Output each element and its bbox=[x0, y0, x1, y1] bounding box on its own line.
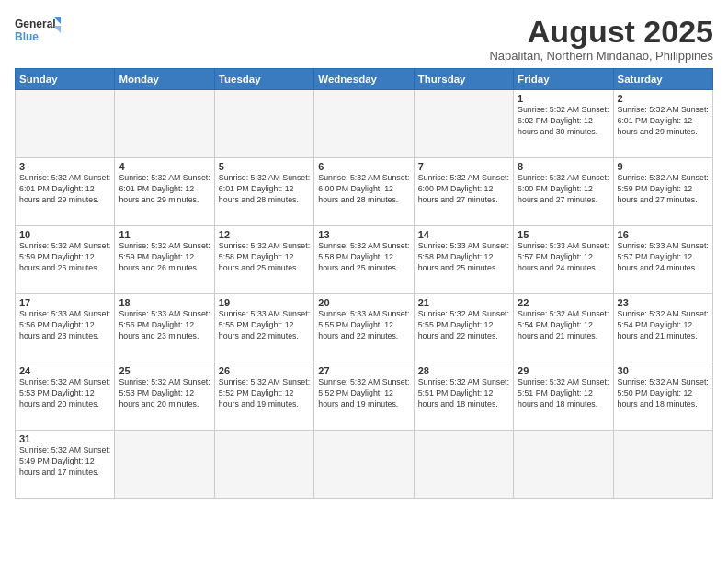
day-number: 23 bbox=[618, 297, 709, 308]
calendar-cell bbox=[514, 431, 613, 499]
calendar-cell: 11Sunrise: 5:32 AM Sunset: 5:59 PM Dayli… bbox=[115, 226, 214, 294]
calendar-cell: 5Sunrise: 5:32 AM Sunset: 6:01 PM Daylig… bbox=[214, 158, 313, 226]
day-info: Sunrise: 5:32 AM Sunset: 6:00 PM Dayligh… bbox=[518, 173, 609, 206]
day-info: Sunrise: 5:32 AM Sunset: 5:53 PM Dayligh… bbox=[119, 377, 210, 410]
day-info: Sunrise: 5:32 AM Sunset: 5:50 PM Dayligh… bbox=[618, 377, 709, 410]
day-info: Sunrise: 5:32 AM Sunset: 5:58 PM Dayligh… bbox=[318, 241, 409, 274]
week-row-3: 10Sunrise: 5:32 AM Sunset: 5:59 PM Dayli… bbox=[16, 226, 713, 294]
day-info: Sunrise: 5:33 AM Sunset: 5:57 PM Dayligh… bbox=[618, 241, 709, 274]
calendar-cell: 8Sunrise: 5:32 AM Sunset: 6:00 PM Daylig… bbox=[514, 158, 613, 226]
day-info: Sunrise: 5:32 AM Sunset: 5:54 PM Dayligh… bbox=[518, 309, 609, 342]
calendar-cell: 2Sunrise: 5:32 AM Sunset: 6:01 PM Daylig… bbox=[613, 90, 712, 158]
day-info: Sunrise: 5:33 AM Sunset: 5:57 PM Dayligh… bbox=[518, 241, 609, 274]
day-info: Sunrise: 5:32 AM Sunset: 5:51 PM Dayligh… bbox=[518, 377, 609, 410]
day-info: Sunrise: 5:32 AM Sunset: 6:00 PM Dayligh… bbox=[418, 173, 509, 206]
calendar-cell bbox=[115, 90, 214, 158]
calendar-cell: 31Sunrise: 5:32 AM Sunset: 5:49 PM Dayli… bbox=[16, 431, 115, 499]
day-number: 14 bbox=[418, 229, 509, 240]
svg-text:Blue: Blue bbox=[15, 30, 39, 43]
calendar-cell: 6Sunrise: 5:32 AM Sunset: 6:00 PM Daylig… bbox=[314, 158, 414, 226]
day-number: 8 bbox=[518, 161, 609, 172]
calendar-cell: 15Sunrise: 5:33 AM Sunset: 5:57 PM Dayli… bbox=[514, 226, 613, 294]
week-row-6: 31Sunrise: 5:32 AM Sunset: 5:49 PM Dayli… bbox=[16, 431, 713, 499]
calendar-cell: 21Sunrise: 5:32 AM Sunset: 5:55 PM Dayli… bbox=[414, 294, 513, 362]
day-number: 11 bbox=[119, 229, 210, 240]
calendar-cell bbox=[613, 431, 712, 499]
day-number: 18 bbox=[119, 297, 210, 308]
calendar-cell: 3Sunrise: 5:32 AM Sunset: 6:01 PM Daylig… bbox=[16, 158, 115, 226]
calendar-cell: 29Sunrise: 5:32 AM Sunset: 5:51 PM Dayli… bbox=[514, 362, 613, 431]
day-number: 13 bbox=[318, 229, 409, 240]
week-row-2: 3Sunrise: 5:32 AM Sunset: 6:01 PM Daylig… bbox=[16, 158, 713, 226]
title-block: August 2025 Napalitan, Northern Mindanao… bbox=[489, 15, 713, 63]
day-number: 6 bbox=[318, 161, 409, 172]
page: General Blue August 2025 Napalitan, Nort… bbox=[0, 0, 728, 563]
day-info: Sunrise: 5:32 AM Sunset: 5:51 PM Dayligh… bbox=[418, 377, 509, 410]
day-number: 15 bbox=[518, 229, 609, 240]
calendar-cell: 1Sunrise: 5:32 AM Sunset: 6:02 PM Daylig… bbox=[514, 90, 613, 158]
calendar-cell bbox=[314, 431, 414, 499]
day-info: Sunrise: 5:32 AM Sunset: 5:54 PM Dayligh… bbox=[618, 309, 709, 342]
day-number: 26 bbox=[219, 365, 310, 376]
weekday-friday: Friday bbox=[514, 69, 613, 90]
day-number: 27 bbox=[318, 365, 409, 376]
calendar-cell bbox=[16, 90, 115, 158]
calendar-cell: 24Sunrise: 5:32 AM Sunset: 5:53 PM Dayli… bbox=[16, 362, 115, 431]
calendar-cell: 27Sunrise: 5:32 AM Sunset: 5:52 PM Dayli… bbox=[314, 362, 414, 431]
calendar-cell: 19Sunrise: 5:33 AM Sunset: 5:55 PM Dayli… bbox=[214, 294, 313, 362]
header: General Blue August 2025 Napalitan, Nort… bbox=[15, 15, 713, 63]
day-number: 10 bbox=[19, 229, 110, 240]
logo-svg: General Blue bbox=[15, 15, 61, 46]
calendar-cell bbox=[115, 431, 214, 499]
day-number: 2 bbox=[618, 93, 709, 104]
weekday-thursday: Thursday bbox=[414, 69, 513, 90]
day-info: Sunrise: 5:32 AM Sunset: 6:01 PM Dayligh… bbox=[618, 105, 709, 138]
day-number: 31 bbox=[19, 433, 110, 444]
calendar-cell: 10Sunrise: 5:32 AM Sunset: 5:59 PM Dayli… bbox=[16, 226, 115, 294]
svg-text:General: General bbox=[15, 17, 56, 30]
day-number: 28 bbox=[418, 365, 509, 376]
weekday-sunday: Sunday bbox=[16, 69, 115, 90]
weekday-monday: Monday bbox=[115, 69, 214, 90]
day-number: 24 bbox=[19, 365, 110, 376]
calendar-cell: 17Sunrise: 5:33 AM Sunset: 5:56 PM Dayli… bbox=[16, 294, 115, 362]
calendar-cell: 9Sunrise: 5:32 AM Sunset: 5:59 PM Daylig… bbox=[613, 158, 712, 226]
calendar-cell bbox=[214, 90, 313, 158]
day-number: 3 bbox=[19, 161, 110, 172]
calendar-cell: 26Sunrise: 5:32 AM Sunset: 5:52 PM Dayli… bbox=[214, 362, 313, 431]
day-number: 20 bbox=[318, 297, 409, 308]
day-number: 7 bbox=[418, 161, 509, 172]
weekday-saturday: Saturday bbox=[613, 69, 712, 90]
day-number: 9 bbox=[618, 161, 709, 172]
day-info: Sunrise: 5:32 AM Sunset: 6:00 PM Dayligh… bbox=[318, 173, 409, 206]
day-number: 16 bbox=[618, 229, 709, 240]
day-info: Sunrise: 5:32 AM Sunset: 5:59 PM Dayligh… bbox=[119, 241, 210, 274]
day-info: Sunrise: 5:32 AM Sunset: 5:59 PM Dayligh… bbox=[618, 173, 709, 206]
week-row-1: 1Sunrise: 5:32 AM Sunset: 6:02 PM Daylig… bbox=[16, 90, 713, 158]
calendar-cell: 23Sunrise: 5:32 AM Sunset: 5:54 PM Dayli… bbox=[613, 294, 712, 362]
logo: General Blue bbox=[15, 15, 61, 46]
day-info: Sunrise: 5:32 AM Sunset: 5:52 PM Dayligh… bbox=[219, 377, 310, 410]
day-info: Sunrise: 5:32 AM Sunset: 6:02 PM Dayligh… bbox=[518, 105, 609, 138]
day-number: 22 bbox=[518, 297, 609, 308]
day-number: 29 bbox=[518, 365, 609, 376]
day-info: Sunrise: 5:32 AM Sunset: 6:01 PM Dayligh… bbox=[119, 173, 210, 206]
day-info: Sunrise: 5:32 AM Sunset: 6:01 PM Dayligh… bbox=[219, 173, 310, 206]
day-info: Sunrise: 5:33 AM Sunset: 5:58 PM Dayligh… bbox=[418, 241, 509, 274]
calendar-cell: 4Sunrise: 5:32 AM Sunset: 6:01 PM Daylig… bbox=[115, 158, 214, 226]
calendar-cell: 30Sunrise: 5:32 AM Sunset: 5:50 PM Dayli… bbox=[613, 362, 712, 431]
calendar-cell: 20Sunrise: 5:33 AM Sunset: 5:55 PM Dayli… bbox=[314, 294, 414, 362]
day-number: 19 bbox=[219, 297, 310, 308]
day-number: 30 bbox=[618, 365, 709, 376]
calendar-cell bbox=[414, 431, 513, 499]
day-number: 17 bbox=[19, 297, 110, 308]
calendar-subtitle: Napalitan, Northern Mindanao, Philippine… bbox=[489, 49, 713, 63]
calendar-cell bbox=[414, 90, 513, 158]
day-number: 12 bbox=[219, 229, 310, 240]
calendar-cell: 13Sunrise: 5:32 AM Sunset: 5:58 PM Dayli… bbox=[314, 226, 414, 294]
day-number: 21 bbox=[418, 297, 509, 308]
weekday-header-row: SundayMondayTuesdayWednesdayThursdayFrid… bbox=[16, 69, 713, 90]
week-row-4: 17Sunrise: 5:33 AM Sunset: 5:56 PM Dayli… bbox=[16, 294, 713, 362]
day-info: Sunrise: 5:32 AM Sunset: 5:58 PM Dayligh… bbox=[219, 241, 310, 274]
day-info: Sunrise: 5:33 AM Sunset: 5:56 PM Dayligh… bbox=[119, 309, 210, 342]
